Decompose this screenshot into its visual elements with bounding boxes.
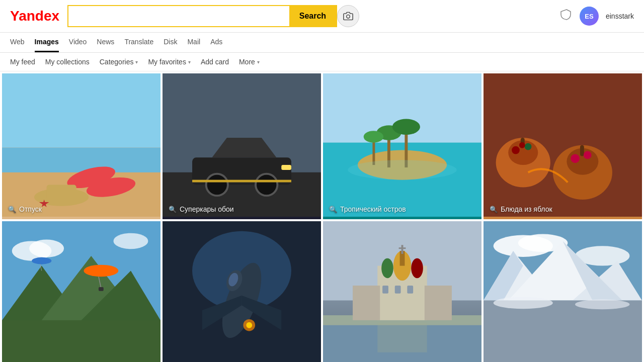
card-art-glacier [484, 221, 642, 362]
header: Yandex Search ES einsstark [0, 0, 644, 33]
svg-rect-69 [399, 247, 406, 249]
card-art-supercars [163, 73, 321, 217]
subnav-categories[interactable]: Categories ▾ [100, 58, 138, 66]
image-grid: 🔍 Отпуск 🔍 Суперкары обои [0, 71, 644, 362]
search-bar: Search [67, 5, 359, 27]
svg-point-24 [392, 119, 420, 135]
logo-rest: andex [19, 8, 59, 24]
chevron-icon: ▾ [188, 59, 191, 65]
svg-rect-52 [2, 320, 160, 362]
search-icon: 🔍 [8, 206, 16, 213]
tab-video[interactable]: Video [69, 33, 87, 52]
svg-point-14 [206, 174, 228, 196]
search-button[interactable]: Search [289, 5, 337, 27]
svg-point-50 [32, 257, 51, 264]
card-art-spb [323, 221, 481, 362]
logo-y: Y [10, 8, 19, 24]
svg-rect-87 [484, 301, 642, 363]
tab-disk[interactable]: Disk [164, 33, 177, 52]
search-icon: 🔍 [169, 206, 177, 213]
chevron-icon: ▾ [135, 59, 138, 65]
svg-rect-68 [401, 245, 404, 254]
svg-point-33 [525, 143, 532, 150]
svg-point-89 [575, 300, 629, 310]
card-label-supercars: 🔍 Суперкары обои [169, 205, 234, 213]
svg-point-39 [584, 151, 592, 159]
camera-icon [343, 11, 353, 21]
image-card-supercars[interactable]: 🔍 Суперкары обои [163, 73, 321, 219]
card-art-vacation [2, 73, 160, 217]
search-input[interactable] [67, 5, 289, 27]
tab-mail[interactable]: Mail [187, 33, 200, 52]
svg-point-47 [84, 265, 118, 277]
subnav-myfavorites[interactable]: My favorites ▾ [148, 58, 190, 66]
svg-rect-72 [353, 286, 380, 320]
nav-tabs: Web Images Video News Translate Disk Mai… [0, 33, 644, 53]
svg-point-70 [381, 258, 393, 278]
tab-images[interactable]: Images [35, 33, 59, 52]
svg-rect-37 [580, 145, 584, 156]
sub-nav: My feed My collections Categories ▾ My f… [0, 53, 644, 71]
subnav-myfeed[interactable]: My feed [10, 58, 35, 66]
chevron-icon: ▾ [257, 59, 260, 65]
image-card-vacation[interactable]: 🔍 Отпуск [2, 73, 160, 219]
svg-rect-7 [47, 185, 76, 200]
image-card-island[interactable]: 🔍 Тропический остров [323, 73, 481, 219]
camera-search-button[interactable] [337, 5, 359, 27]
svg-point-88 [494, 297, 553, 309]
svg-rect-17 [192, 180, 291, 183]
image-card-spb[interactable] [323, 221, 481, 362]
card-art-island [323, 73, 481, 217]
svg-point-15 [256, 174, 277, 196]
svg-rect-75 [395, 286, 401, 294]
svg-point-38 [571, 154, 580, 163]
svg-rect-74 [382, 286, 388, 294]
shield-icon[interactable] [560, 9, 573, 24]
card-label-apples: 🔍 Блюда из яблок [490, 205, 552, 213]
svg-rect-77 [377, 323, 427, 352]
logo[interactable]: Yandex [10, 8, 59, 24]
svg-point-61 [246, 322, 252, 328]
svg-point-43 [113, 233, 148, 249]
svg-rect-76 [407, 286, 413, 294]
image-card-glacier[interactable] [484, 221, 642, 362]
svg-point-27 [348, 160, 457, 179]
svg-point-42 [29, 239, 64, 257]
card-art-apples [484, 73, 642, 217]
search-icon: 🔍 [490, 206, 498, 213]
tab-ads[interactable]: Ads [210, 33, 222, 52]
svg-point-71 [411, 258, 423, 278]
tab-web[interactable]: Web [10, 33, 25, 52]
tab-translate[interactable]: Translate [124, 33, 153, 52]
card-label-island: 🔍 Тропический остров [329, 205, 406, 213]
svg-rect-16 [281, 165, 291, 170]
avatar[interactable]: ES [580, 7, 599, 26]
svg-rect-1 [2, 73, 160, 148]
header-right: ES einsstark [560, 7, 634, 26]
card-label-vacation: 🔍 Отпуск [8, 205, 42, 213]
image-card-apples[interactable]: 🔍 Блюда из яблок [484, 73, 642, 219]
image-card-paragliding[interactable] [2, 221, 160, 362]
svg-point-34 [519, 142, 525, 148]
image-card-aircraft[interactable] [163, 221, 321, 362]
svg-rect-73 [425, 286, 452, 320]
tab-news[interactable]: News [97, 33, 114, 52]
svg-point-0 [347, 15, 350, 19]
search-icon: 🔍 [329, 206, 337, 213]
svg-point-26 [364, 131, 383, 143]
subnav-mycollections[interactable]: My collections [45, 58, 90, 66]
subnav-addcard[interactable]: Add card [201, 58, 229, 66]
subnav-more[interactable]: More ▾ [239, 58, 260, 66]
card-art-aircraft [163, 221, 321, 362]
svg-point-32 [512, 146, 520, 154]
svg-rect-49 [99, 287, 104, 291]
card-art-paragliding [2, 221, 160, 362]
username[interactable]: einsstark [606, 12, 634, 20]
